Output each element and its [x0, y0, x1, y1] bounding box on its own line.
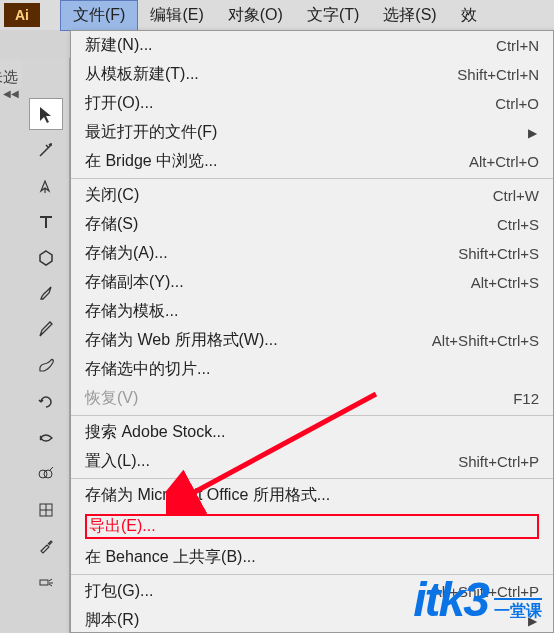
menu-close[interactable]: 关闭(C)Ctrl+W	[71, 181, 553, 210]
collapse-icon[interactable]: ◀◀	[3, 89, 19, 99]
menu-msoffice[interactable]: 存储为 Microsoft Office 所用格式...	[71, 481, 553, 510]
shortcut: Ctrl+O	[495, 95, 539, 112]
shortcut: Alt+Shift+Ctrl+S	[432, 332, 539, 349]
app-icon: Ai	[4, 3, 40, 27]
width-tool[interactable]	[29, 422, 63, 454]
menu-new[interactable]: 新建(N)...Ctrl+N	[71, 31, 553, 60]
menu-recent[interactable]: 最近打开的文件(F)▶	[71, 118, 553, 147]
pen-tool[interactable]	[29, 170, 63, 202]
shortcut: Ctrl+W	[493, 187, 539, 204]
separator	[71, 415, 553, 416]
menu-file[interactable]: 文件(F)	[60, 0, 138, 31]
pencil-tool[interactable]	[29, 314, 63, 346]
menu-new-template[interactable]: 从模板新建(T)...Shift+Ctrl+N	[71, 60, 553, 89]
svg-marker-0	[40, 251, 52, 265]
symbolspray-tool[interactable]	[29, 566, 63, 598]
svg-rect-4	[40, 580, 48, 585]
menu-object[interactable]: 对象(O)	[216, 1, 295, 30]
shortcut: Shift+Ctrl+S	[458, 245, 539, 262]
shortcut: F12	[513, 390, 539, 407]
menu-revert: 恢复(V)F12	[71, 384, 553, 413]
menu-select[interactable]: 选择(S)	[371, 1, 448, 30]
separator	[71, 478, 553, 479]
svg-point-2	[44, 470, 52, 478]
watermark-sub: 一堂课	[494, 598, 542, 622]
shortcut: Ctrl+N	[496, 37, 539, 54]
brush-tool[interactable]	[29, 278, 63, 310]
selection-tool[interactable]	[29, 98, 63, 130]
magic-wand-tool[interactable]	[29, 134, 63, 166]
shortcut: Ctrl+S	[497, 216, 539, 233]
watermark-main: itk3	[413, 572, 488, 627]
shortcut: Alt+Ctrl+S	[471, 274, 539, 291]
blob-tool[interactable]	[29, 350, 63, 382]
menu-behance[interactable]: 在 Behance 上共享(B)...	[71, 543, 553, 572]
menu-edit[interactable]: 编辑(E)	[138, 1, 215, 30]
separator	[71, 178, 553, 179]
menu-open[interactable]: 打开(O)...Ctrl+O	[71, 89, 553, 118]
rotate-tool[interactable]	[29, 386, 63, 418]
eyedropper-tool[interactable]	[29, 530, 63, 562]
menu-stock[interactable]: 搜索 Adobe Stock...	[71, 418, 553, 447]
watermark: itk3 一堂课	[413, 572, 542, 627]
menu-save-template[interactable]: 存储为模板...	[71, 297, 553, 326]
shape-tool[interactable]	[29, 242, 63, 274]
type-tool[interactable]	[29, 206, 63, 238]
menu-save[interactable]: 存储(S)Ctrl+S	[71, 210, 553, 239]
menu-save-as[interactable]: 存储为(A)...Shift+Ctrl+S	[71, 239, 553, 268]
menu-save-copy[interactable]: 存储副本(Y)...Alt+Ctrl+S	[71, 268, 553, 297]
file-dropdown: 新建(N)...Ctrl+N 从模板新建(T)...Shift+Ctrl+N 打…	[70, 30, 554, 633]
menu-bridge[interactable]: 在 Bridge 中浏览...Alt+Ctrl+O	[71, 147, 553, 176]
menu-type[interactable]: 文字(T)	[295, 1, 371, 30]
menu-place[interactable]: 置入(L)...Shift+Ctrl+P	[71, 447, 553, 476]
shapebuilder-tool[interactable]	[29, 458, 63, 490]
shortcut: Shift+Ctrl+N	[457, 66, 539, 83]
submenu-arrow-icon: ▶	[528, 126, 539, 140]
menu-save-web[interactable]: 存储为 Web 所用格式(W)...Alt+Shift+Ctrl+S	[71, 326, 553, 355]
tool-panel	[22, 58, 70, 633]
shortcut: Alt+Ctrl+O	[469, 153, 539, 170]
left-strip: 未选 ◀◀	[0, 58, 22, 633]
menu-export[interactable]: 导出(E)...	[71, 510, 553, 543]
shortcut: Shift+Ctrl+P	[458, 453, 539, 470]
menubar: Ai 文件(F) 编辑(E) 对象(O) 文字(T) 选择(S) 效	[0, 0, 554, 30]
menu-effect[interactable]: 效	[449, 1, 489, 30]
menu-save-slices[interactable]: 存储选中的切片...	[71, 355, 553, 384]
mesh-tool[interactable]	[29, 494, 63, 526]
